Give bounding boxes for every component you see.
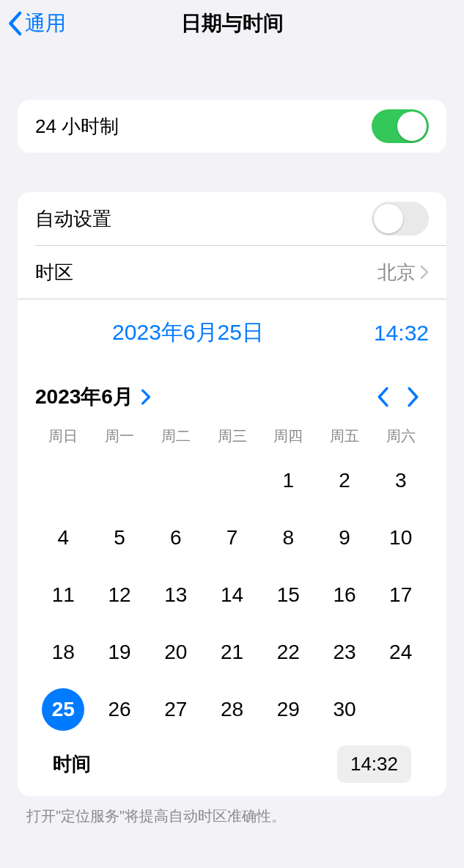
calendar-day[interactable]: 26 [92,681,148,738]
chevron-right-icon [420,265,429,280]
calendar-day[interactable]: 12 [92,566,148,624]
calendar-day[interactable]: 25 [35,681,92,738]
calendar-day[interactable]: 11 [35,566,92,624]
calendar-day-blank [204,452,260,509]
calendar: 2023年6月 周日周一周二周三周四周五周六 12345678910111213… [18,366,446,796]
calendar-day[interactable]: 6 [147,509,204,566]
calendar-day[interactable]: 19 [92,624,148,681]
calendar-day[interactable]: 24 [372,624,429,681]
calendar-day[interactable]: 29 [260,681,317,738]
weekday-label: 周一 [92,422,148,451]
chevron-left-icon [376,387,389,407]
days-grid: 1234567891011121314151617181920212223242… [35,452,429,738]
calendar-day[interactable]: 10 [372,509,429,566]
calendar-day[interactable]: 1 [260,452,317,509]
group-24h: 24 小时制 [18,100,446,153]
calendar-day[interactable]: 4 [35,509,92,566]
time-picker-button[interactable]: 14:32 [337,745,411,783]
summary-date[interactable]: 2023年6月25日 [35,318,341,348]
calendar-day[interactable]: 20 [147,624,204,681]
row-timezone[interactable]: 时区 北京 [18,246,446,299]
calendar-day-blank [372,681,429,738]
summary-time[interactable]: 14:32 [341,321,429,346]
weekday-row: 周日周一周二周三周四周五周六 [35,422,429,451]
calendar-day-blank [92,452,148,509]
calendar-day-blank [35,452,92,509]
calendar-day[interactable]: 17 [372,566,429,624]
group-datetime: 自动设置 时区 北京 2023年6月25日 14:32 2023年6月 周日周一… [18,192,446,796]
weekday-label: 周日 [35,422,92,451]
calendar-day[interactable]: 16 [317,566,373,624]
calendar-day[interactable]: 8 [260,509,317,566]
chevron-right-icon [407,387,420,407]
calendar-day[interactable]: 23 [317,624,373,681]
weekday-label: 周二 [147,422,204,451]
back-button[interactable]: 通用 [7,10,66,37]
page-title: 日期与时间 [0,10,464,37]
month-picker-button[interactable]: 2023年6月 [35,383,151,411]
row-auto: 自动设置 [18,192,446,245]
calendar-day[interactable]: 28 [204,681,260,738]
calendar-day[interactable]: 9 [317,509,373,566]
value-timezone: 北京 [378,260,416,285]
row-summary: 2023年6月25日 14:32 [18,299,446,366]
calendar-day[interactable]: 5 [92,509,148,566]
calendar-day[interactable]: 30 [317,681,373,738]
weekday-label: 周四 [260,422,317,451]
chevron-left-icon [7,11,22,36]
label-auto: 自动设置 [35,206,372,232]
toggle-24h[interactable] [372,109,429,143]
calendar-header: 2023年6月 [35,376,429,417]
toggle-auto[interactable] [372,202,429,236]
calendar-day[interactable]: 3 [372,452,429,509]
calendar-day[interactable]: 15 [260,566,317,624]
weekday-label: 周三 [204,422,260,451]
footer-hint: 打开"定位服务"将提高自动时区准确性。 [26,806,438,826]
row-time: 时间 14:32 [35,738,429,783]
calendar-day[interactable]: 14 [204,566,260,624]
next-month-button[interactable] [398,382,429,412]
row-24h: 24 小时制 [18,100,446,153]
chevron-right-icon [141,389,151,405]
back-label: 通用 [25,10,66,37]
label-24h: 24 小时制 [35,114,372,139]
nav-bar: 通用 日期与时间 [0,0,464,47]
calendar-day[interactable]: 13 [147,566,204,624]
calendar-day[interactable]: 18 [35,624,92,681]
calendar-day[interactable]: 21 [204,624,260,681]
label-timezone: 时区 [35,260,378,285]
weekday-label: 周六 [372,422,429,451]
weekday-label: 周五 [317,422,373,451]
prev-month-button[interactable] [367,382,398,412]
calendar-day[interactable]: 22 [260,624,317,681]
calendar-day[interactable]: 2 [317,452,373,509]
time-label: 时间 [53,751,337,777]
calendar-day[interactable]: 27 [147,681,204,738]
month-label: 2023年6月 [35,383,133,411]
calendar-day[interactable]: 7 [204,509,260,566]
calendar-day-blank [147,452,204,509]
